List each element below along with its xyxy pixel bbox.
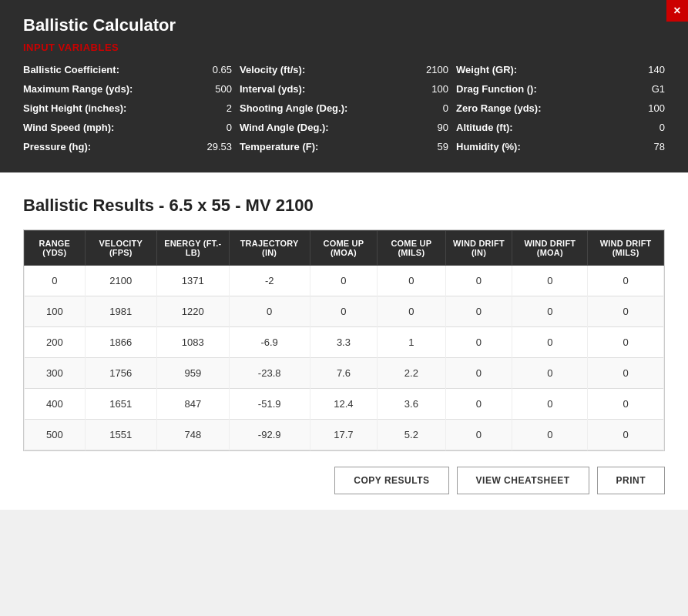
table-column-header: WIND DRIFT (MILS) <box>588 231 664 266</box>
input-value: 140 <box>626 64 665 75</box>
table-cell: 0 <box>512 296 588 327</box>
table-cell: 1083 <box>156 327 229 358</box>
table-cell: 1 <box>378 327 445 358</box>
results-table: RANGE (YDS)VELOCITY (FPS)ENERGY (FT.-LB)… <box>24 230 664 450</box>
input-label: Temperature (F): <box>240 141 318 152</box>
results-section: Ballistic Results - 6.5 x 55 - MV 2100 R… <box>0 172 688 510</box>
table-cell: 0 <box>588 358 664 389</box>
input-row: Drag Function (): G1 <box>456 82 665 96</box>
table-cell: 100 <box>25 296 86 327</box>
table-column-header: RANGE (YDS) <box>25 231 86 266</box>
input-label: Weight (GR): <box>456 64 517 75</box>
input-row: Temperature (F): 59 <box>240 139 448 154</box>
table-cell: 0 <box>588 420 664 450</box>
table-header: RANGE (YDS)VELOCITY (FPS)ENERGY (FT.-LB)… <box>25 231 664 266</box>
table-cell: 12.4 <box>310 389 378 420</box>
table-cell: 200 <box>25 327 86 358</box>
input-value: 90 <box>410 122 448 133</box>
table-column-header: COME UP (MOA) <box>310 231 378 266</box>
action-buttons: COPY RESULTS VIEW CHEATSHEET PRINT <box>23 467 665 494</box>
close-button[interactable]: × <box>666 0 688 22</box>
input-row: Sight Height (inches): 2 <box>23 101 232 116</box>
table-cell: 2100 <box>85 266 156 296</box>
input-value: 100 <box>410 83 448 95</box>
input-value: 100 <box>626 102 665 114</box>
input-label: Interval (yds): <box>240 83 305 95</box>
input-value: 0 <box>193 122 232 133</box>
table-cell: 0 <box>512 266 588 296</box>
table-cell: 959 <box>156 358 229 389</box>
table-cell: 0 <box>588 389 664 420</box>
table-cell: 0 <box>588 296 664 327</box>
table-cell: 0 <box>445 296 512 327</box>
table-cell: 1371 <box>156 266 229 296</box>
view-cheatsheet-button[interactable]: VIEW CHEATSHEET <box>457 467 589 494</box>
input-label: Drag Function (): <box>456 83 537 95</box>
input-value: 78 <box>626 141 665 152</box>
input-row: Maximum Range (yds): 500 <box>23 82 232 96</box>
table-row: 4001651847-51.912.43.6000 <box>25 389 664 420</box>
table-cell: 5.2 <box>378 420 445 450</box>
main-window: × Ballistic Calculator INPUT VARIABLES B… <box>0 0 688 510</box>
input-row: Zero Range (yds): 100 <box>456 101 665 116</box>
input-label: Ballistic Coefficient: <box>23 64 119 75</box>
table-cell: 0 <box>445 266 512 296</box>
input-row: Humidity (%): 78 <box>456 139 665 154</box>
input-label: Humidity (%): <box>456 141 521 152</box>
copy-results-button[interactable]: COPY RESULTS <box>334 467 448 494</box>
table-body: 021001371-200000100198112200000002001866… <box>25 266 664 450</box>
table-row: 20018661083-6.93.31000 <box>25 327 664 358</box>
table-cell: 400 <box>25 389 86 420</box>
results-table-wrapper: RANGE (YDS)VELOCITY (FPS)ENERGY (FT.-LB)… <box>23 229 665 451</box>
table-cell: 1220 <box>156 296 229 327</box>
table-cell: 748 <box>156 420 229 450</box>
input-value: 2 <box>193 102 232 114</box>
table-cell: 0 <box>512 420 588 450</box>
table-cell: -6.9 <box>229 327 310 358</box>
input-row: Wind Angle (Deg.): 90 <box>240 120 448 135</box>
input-label: Zero Range (yds): <box>456 102 542 114</box>
table-cell: 1866 <box>85 327 156 358</box>
input-row: Wind Speed (mph): 0 <box>23 120 232 135</box>
table-cell: -51.9 <box>229 389 310 420</box>
table-cell: 0 <box>445 389 512 420</box>
table-cell: 0 <box>25 266 86 296</box>
table-column-header: WIND DRIFT (IN) <box>445 231 512 266</box>
table-cell: 300 <box>25 358 86 389</box>
table-cell: 3.6 <box>378 389 445 420</box>
table-cell: 847 <box>156 389 229 420</box>
table-cell: 2.2 <box>378 358 445 389</box>
input-value: 0 <box>626 122 665 133</box>
table-cell: 1756 <box>85 358 156 389</box>
table-cell: 0 <box>378 266 445 296</box>
input-row: Velocity (ft/s): 2100 <box>240 62 448 77</box>
table-cell: 0 <box>378 296 445 327</box>
input-label: Velocity (ft/s): <box>240 64 305 75</box>
input-label: Wind Angle (Deg.): <box>240 122 329 133</box>
input-label: Maximum Range (yds): <box>23 83 133 95</box>
print-button[interactable]: PRINT <box>597 467 666 494</box>
input-row: Altitude (ft): 0 <box>456 120 665 135</box>
table-cell: 0 <box>445 327 512 358</box>
input-label: Wind Speed (mph): <box>23 122 114 133</box>
table-column-header: TRAJECTORY (IN) <box>229 231 310 266</box>
input-value: G1 <box>626 83 665 95</box>
table-cell: 0 <box>445 358 512 389</box>
input-label: Pressure (hg): <box>23 141 91 152</box>
table-column-header: COME UP (MILS) <box>378 231 445 266</box>
table-cell: 0 <box>588 327 664 358</box>
table-cell: 0 <box>512 389 588 420</box>
table-cell: 1651 <box>85 389 156 420</box>
input-row: Ballistic Coefficient: 0.65 <box>23 62 232 77</box>
table-column-header: WIND DRIFT (MOA) <box>512 231 588 266</box>
input-section: Ballistic Calculator INPUT VARIABLES Bal… <box>0 0 688 172</box>
table-row: 10019811220000000 <box>25 296 664 327</box>
app-title: Ballistic Calculator <box>23 15 665 35</box>
table-cell: 0 <box>512 358 588 389</box>
table-cell: 1981 <box>85 296 156 327</box>
input-label: Shooting Angle (Deg.): <box>240 102 347 114</box>
table-cell: 0 <box>229 296 310 327</box>
table-cell: -2 <box>229 266 310 296</box>
table-cell: -23.8 <box>229 358 310 389</box>
table-cell: 0 <box>445 420 512 450</box>
